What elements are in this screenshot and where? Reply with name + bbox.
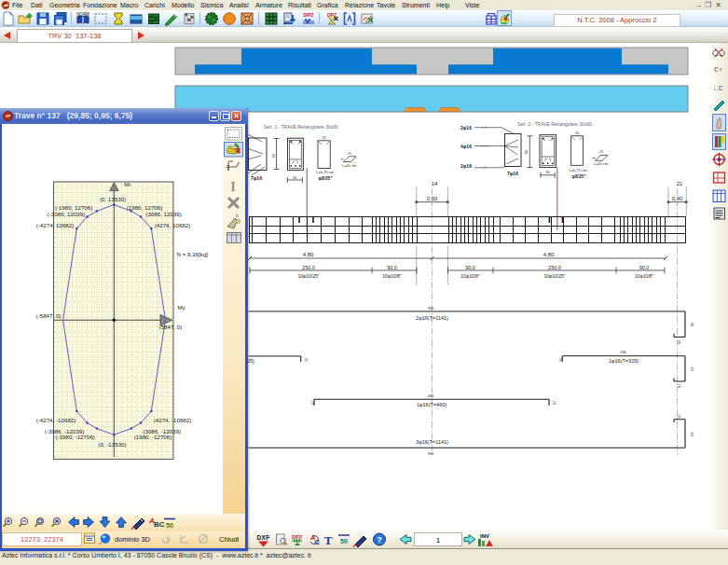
svg-text:25): 25) [248,358,255,364]
svg-text:1φ16(T=460): 1φ16(T=460) [417,402,446,407]
svg-text:15: 15 [552,401,556,406]
svg-text:(1980, -12706): (1980, -12706) [134,434,172,440]
svg-text:DPZ: DPZ [292,534,303,540]
svg-text:250,0: 250,0 [302,265,315,270]
svg-text:DPZ: DPZ [327,12,337,18]
svg-text:∟C: ∟C [714,84,723,92]
svg-text:DXF: DXF [257,534,270,541]
svg-text:Sez. 1 - TRAVE Rettangolare 30: Sez. 1 - TRAVE Rettangolare 30x60 [264,124,338,130]
svg-text:3φ16(T=1141): 3φ16(T=1141) [416,439,448,445]
svg-text:(0, -13530): (0, -13530) [98,441,126,448]
svg-text:10φ10/25": 10φ10/25" [543,273,565,279]
svg-text:25: 25 [322,136,325,140]
svg-text:25: 25 [575,131,579,135]
svg-text:C: C [315,538,321,546]
svg-text:240: 240 [620,350,626,354]
svg-text:(-1980, -12706): (-1980, -12706) [55,434,95,440]
svg-text:Sez. 2 - TRAVE Rettangolare 30: Sez. 2 - TRAVE Rettangolare 30x60 [517,121,592,127]
svg-text:L=h-75 cm: L=h-75 cm [316,170,335,174]
svg-text:DPZ: DPZ [304,12,315,18]
svg-text:15: 15 [677,340,681,345]
svg-text:15: 15 [558,357,563,362]
svg-text:90,0: 90,0 [387,265,397,270]
svg-text:250,0: 250,0 [548,265,561,270]
svg-text:4,80: 4,80 [303,252,314,257]
svg-text:BC: BC [154,520,165,529]
svg-text:30: 30 [545,170,550,174]
svg-text:0,40: 0,40 [672,196,683,201]
svg-text:INV: INV [480,533,489,539]
svg-text:50: 50 [166,522,173,529]
svg-text:30: 30 [690,432,694,436]
svg-text:14: 14 [432,181,438,186]
svg-text:10φ10/25": 10φ10/25" [297,273,319,279]
svg-text:?: ? [377,535,382,544]
svg-text:4,80: 4,80 [543,252,555,257]
svg-text:(0, 13530): (0, 13530) [100,196,126,202]
svg-text:25: 25 [599,150,603,154]
svg-text:(4274, 10682): (4274, 10682) [155,222,191,228]
svg-text:60: 60 [524,149,529,154]
svg-text:15: 15 [677,384,681,389]
svg-text:15: 15 [677,414,681,419]
svg-text:7φ16: 7φ16 [507,171,518,176]
svg-text:15: 15 [304,357,309,362]
svg-text:90,0: 90,0 [465,265,475,270]
svg-text:T: T [324,533,333,547]
svg-text:φ8/25": φ8/25" [319,176,333,181]
svg-text:(-3086, 12039): (-3086, 12039) [48,211,86,217]
svg-text:30: 30 [690,366,694,371]
svg-text:15: 15 [310,401,315,406]
svg-text:1φ16(T=325): 1φ16(T=325) [609,358,639,364]
svg-text:C‹: C‹ [714,65,723,74]
svg-text:4φ16: 4φ16 [460,144,472,149]
svg-text:7φ16: 7φ16 [251,175,262,181]
svg-text:2φ16: 2φ16 [460,125,472,131]
svg-text:L=h-75 cm: L=h-75 cm [570,168,588,172]
svg-text:My: My [177,304,185,310]
svg-text:(-4274, -10682): (-4274, -10682) [36,417,76,423]
svg-text:25: 25 [348,152,351,156]
svg-text:10φ10/8": 10φ10/8" [460,273,480,279]
svg-text:(3086, 12039): (3086, 12039) [145,211,182,217]
svg-text:10φ10/8": 10φ10/8" [382,273,402,279]
svg-text:10φ10/8": 10φ10/8" [635,273,654,279]
svg-text:I: I [230,180,235,194]
svg-text:(-4274, 10682): (-4274, 10682) [36,222,75,228]
svg-text:φ8/25": φ8/25" [572,174,586,179]
svg-text:2φ16(T=1141): 2φ16(T=1141) [416,315,448,321]
svg-text:(-5847, 0): (-5847, 0) [36,312,62,319]
svg-text:N = 9,16[kg]: N = 9,16[kg] [177,251,209,257]
svg-text:21: 21 [677,181,683,186]
svg-text:L=41 cm: L=41 cm [594,161,609,166]
svg-text:(5847, 0): (5847, 0) [159,324,183,330]
svg-text:990: 990 [428,306,434,310]
svg-text:Mt: Mt [124,181,130,187]
svg-text:L=41 cm: L=41 cm [342,163,357,168]
svg-text:50: 50 [340,538,348,544]
svg-text:460: 460 [428,393,434,398]
svg-text:(4274, -10682): (4274, -10682) [154,417,192,423]
svg-text:30: 30 [293,175,297,180]
svg-text:60: 60 [271,153,276,158]
svg-text:90,0: 90,0 [639,265,650,270]
svg-text:2φ16: 2φ16 [460,163,472,169]
svg-text:990: 990 [428,451,434,456]
svg-text:30: 30 [690,323,694,327]
